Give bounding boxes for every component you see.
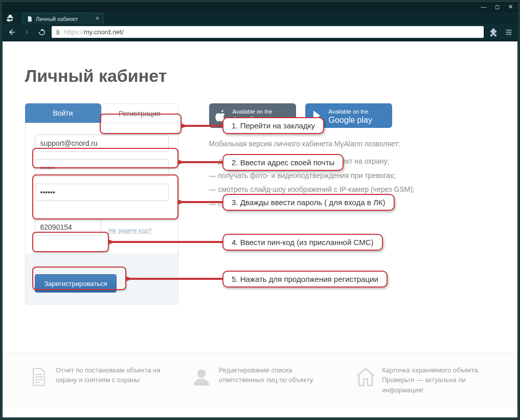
- page-title: Личный кабинет: [25, 66, 495, 86]
- url-protocol: https://: [64, 28, 84, 36]
- svg-rect-2: [506, 34, 512, 34]
- auth-form: Войти Регистрация Не зна: [25, 103, 178, 304]
- incognito-icon: [5, 13, 16, 24]
- tab-register-label: Регистрация: [119, 109, 161, 118]
- tab-login-label: Войти: [53, 109, 73, 117]
- window-maximize-button[interactable]: ◻: [491, 3, 503, 11]
- pin-field[interactable]: [35, 218, 101, 236]
- house-icon: [354, 365, 375, 389]
- appstore-small-text: Available on the: [233, 108, 273, 115]
- tab-close-icon[interactable]: ×: [96, 15, 99, 22]
- address-bar[interactable]: https://my.cnord.net/: [52, 26, 484, 38]
- register-button[interactable]: Зарегистрироваться: [35, 274, 117, 293]
- browser-window: — ◻ ✕ Личный кабинет × https://my.cnord.…: [1, 1, 519, 419]
- browser-tab-title: Личный кабинет: [36, 16, 78, 22]
- password-confirm-field[interactable]: [35, 184, 169, 201]
- window-minimize-button[interactable]: —: [478, 3, 490, 11]
- email-field[interactable]: [35, 135, 169, 152]
- feature-report: Отчет по постановкам объекта на охрану и…: [28, 365, 166, 395]
- info-lead: Мобильная версия личного кабинета MyAlar…: [209, 138, 495, 150]
- nav-forward-button[interactable]: [21, 27, 32, 38]
- nav-back-button[interactable]: [6, 27, 17, 38]
- browser-navbar: https://my.cnord.net/: [2, 24, 518, 40]
- tab-register[interactable]: Регистрация: [101, 103, 178, 123]
- url-host: my.cnord.net/: [84, 28, 124, 36]
- callout-2: 2. Ввести адрес своей почты: [222, 154, 344, 171]
- person-icon: [191, 365, 212, 389]
- feature-users-text: Редактирование списка ответственных лиц …: [219, 365, 329, 395]
- callout-5: 5. Нажать для продолжения регистрации: [222, 271, 388, 288]
- feature-object: Карточка охраняемого объекта. Проверьте …: [354, 365, 492, 395]
- googleplay-small-text: Available on the: [329, 108, 369, 115]
- window-titlebar: — ◻ ✕: [2, 2, 518, 12]
- page-icon: [27, 16, 33, 22]
- googleplay-big-text: Google play: [329, 116, 372, 124]
- browser-tab[interactable]: Личный кабинет ×: [22, 13, 104, 24]
- window-close-button[interactable]: ✕: [504, 3, 516, 11]
- page-icon: [55, 29, 61, 35]
- page: Личный кабинет Войти Регистрация: [3, 41, 517, 417]
- document-icon: [28, 365, 49, 389]
- svg-rect-0: [506, 30, 512, 30]
- svg-rect-1: [506, 32, 512, 32]
- password-field[interactable]: [35, 159, 169, 176]
- svg-point-3: [197, 369, 206, 378]
- nav-reload-button[interactable]: [36, 27, 48, 38]
- browser-menu-button[interactable]: [503, 27, 514, 38]
- viewport: Личный кабинет Войти Регистрация: [3, 41, 517, 417]
- extension-icon[interactable]: [488, 27, 499, 38]
- info-bullet-2: — получать фото- и видеоподтверждения пр…: [209, 170, 495, 182]
- callout-1: 1. Перейти на закладку: [222, 117, 324, 134]
- browser-tabstrip: Личный кабинет ×: [2, 12, 518, 24]
- register-button-label: Зарегистрироваться: [44, 280, 107, 288]
- features-row: Отчет по постановкам объекта на охрану и…: [3, 352, 517, 408]
- feature-users: Редактирование списка ответственных лиц …: [191, 365, 329, 395]
- feature-object-text: Карточка охраняемого объекта. Проверьте …: [382, 365, 492, 395]
- callout-3: 3. Дважды ввести пароль ( для входа в ЛК…: [222, 194, 395, 211]
- know-code-link[interactable]: Не знаете код?: [108, 227, 152, 234]
- feature-report-text: Отчет по постановкам объекта на охрану и…: [56, 365, 166, 395]
- callout-4: 4. Ввести пин-код (из присланной СМС): [222, 234, 383, 251]
- tab-login[interactable]: Войти: [25, 103, 101, 123]
